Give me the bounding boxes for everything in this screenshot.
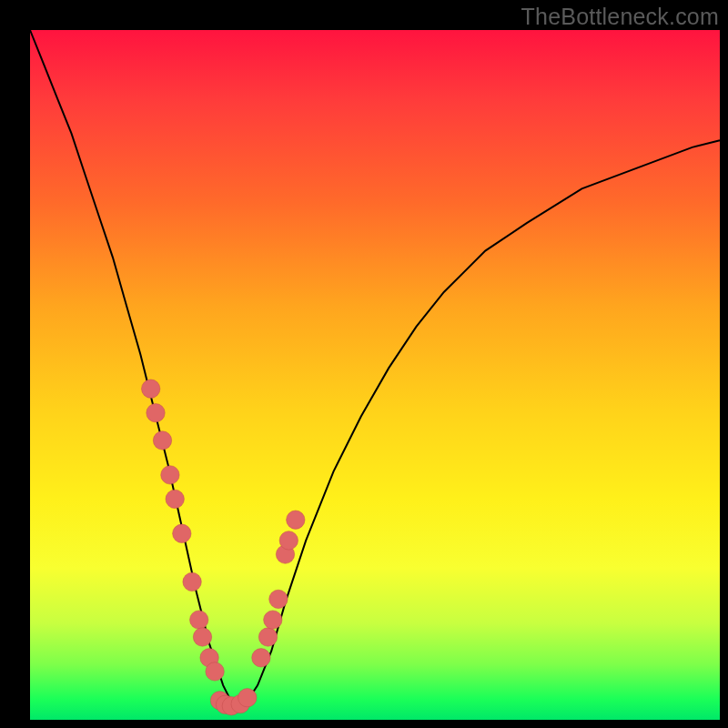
datapoint bbox=[166, 490, 184, 508]
datapoint bbox=[252, 649, 270, 667]
datapoint bbox=[193, 628, 211, 646]
datapoint bbox=[258, 628, 277, 646]
datapoint bbox=[279, 531, 298, 550]
datapoint bbox=[264, 611, 282, 629]
datapoint bbox=[206, 662, 224, 681]
bottleneck-curve bbox=[30, 30, 720, 706]
datapoint bbox=[173, 524, 191, 542]
datapoints-left bbox=[142, 379, 225, 681]
datapoint bbox=[153, 431, 171, 450]
datapoint bbox=[190, 611, 208, 629]
datapoint bbox=[142, 379, 160, 398]
datapoints-bottom bbox=[210, 689, 257, 716]
datapoint bbox=[161, 466, 179, 484]
chart-svg bbox=[30, 30, 720, 720]
chart-frame: TheBottleneck.com bbox=[0, 0, 728, 728]
watermark-text: TheBottleneck.com bbox=[521, 4, 719, 30]
datapoint bbox=[147, 404, 165, 422]
plot-area bbox=[30, 30, 720, 720]
datapoint bbox=[238, 689, 257, 707]
datapoint bbox=[183, 572, 201, 591]
datapoints-right bbox=[252, 511, 305, 667]
datapoint bbox=[287, 511, 305, 529]
datapoint bbox=[269, 590, 288, 608]
